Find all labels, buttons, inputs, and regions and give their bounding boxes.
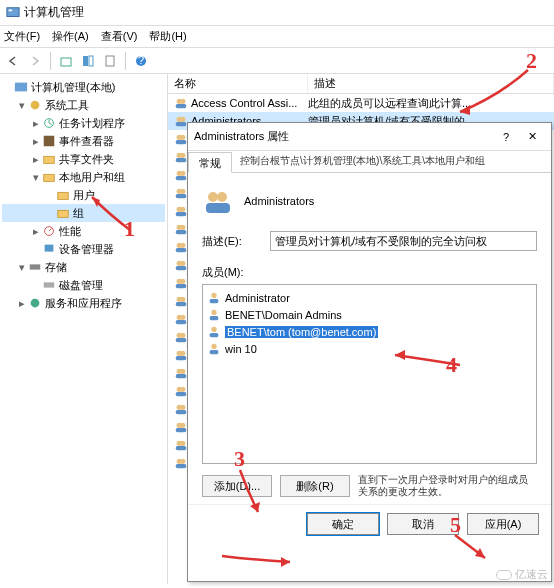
dialog-tabs: 常规 控制台根节点\计算机管理(本地)\系统工具\本地用户和组 — [188, 151, 551, 173]
svg-point-85 — [217, 192, 227, 202]
dialog-titlebar[interactable]: Administrators 属性 ? ✕ — [188, 123, 551, 151]
svg-rect-77 — [176, 428, 187, 432]
svg-rect-56 — [176, 302, 187, 306]
svg-point-52 — [180, 279, 185, 284]
navigation-tree[interactable]: 计算机管理(本地) ▾系统工具 ▸任务计划程序 ▸事件查看器 ▸共享文件夹 ▾本… — [0, 74, 168, 584]
properties-dialog: Administrators 属性 ? ✕ 常规 控制台根节点\计算机管理(本地… — [187, 122, 552, 582]
svg-rect-90 — [210, 315, 219, 319]
svg-point-28 — [180, 135, 185, 140]
col-name[interactable]: 名称 — [168, 74, 308, 93]
member-item[interactable]: BENET\tom (tom@benet.com) — [207, 323, 532, 340]
apply-button[interactable]: 应用(A) — [467, 513, 539, 535]
tree-root[interactable]: 计算机管理(本地) — [2, 78, 165, 96]
svg-point-58 — [180, 315, 185, 320]
tree-services[interactable]: ▸服务和应用程序 — [2, 294, 165, 312]
svg-rect-5 — [106, 56, 114, 66]
svg-point-61 — [180, 333, 185, 338]
svg-point-25 — [180, 117, 185, 122]
window-titlebar: 计算机管理 — [0, 0, 554, 26]
svg-point-73 — [180, 405, 185, 410]
svg-rect-38 — [176, 194, 187, 198]
svg-rect-1 — [9, 9, 13, 11]
tree-storage[interactable]: ▾存储 — [2, 258, 165, 276]
tree-groups[interactable]: 组 — [2, 204, 165, 222]
tree-event-viewer[interactable]: ▸事件查看器 — [2, 132, 165, 150]
menu-view[interactable]: 查看(V) — [101, 29, 138, 44]
svg-rect-41 — [176, 212, 187, 216]
svg-rect-18 — [30, 264, 41, 269]
tree-device-manager[interactable]: 设备管理器 — [2, 240, 165, 258]
tree-system-tools[interactable]: ▾系统工具 — [2, 96, 165, 114]
svg-point-37 — [180, 189, 185, 194]
dialog-title: Administrators 属性 — [194, 129, 493, 144]
svg-point-22 — [180, 99, 185, 104]
svg-rect-17 — [45, 245, 54, 252]
up-button[interactable] — [57, 52, 75, 70]
list-row[interactable]: Access Control Assi...此组的成员可以远程查询此计算... — [168, 94, 554, 112]
group-icon — [202, 185, 234, 217]
members-note: 直到下一次用户登录时对用户的组成员关系的更改才生效。 — [358, 474, 537, 498]
svg-point-67 — [180, 369, 185, 374]
col-desc[interactable]: 描述 — [308, 74, 554, 93]
add-button[interactable]: 添加(D)... — [202, 475, 272, 497]
menu-action[interactable]: 操作(A) — [52, 29, 89, 44]
svg-point-79 — [180, 441, 185, 446]
cancel-button[interactable]: 取消 — [387, 513, 459, 535]
dialog-breadcrumb: 控制台根节点\计算机管理(本地)\系统工具\本地用户和组 — [232, 151, 493, 172]
tree-users[interactable]: 用户 — [2, 186, 165, 204]
forward-button[interactable] — [26, 52, 44, 70]
group-name: Administrators — [244, 195, 314, 207]
description-input[interactable] — [270, 231, 537, 251]
svg-point-70 — [180, 387, 185, 392]
svg-rect-15 — [58, 210, 69, 217]
help-button[interactable]: ? — [132, 52, 150, 70]
ok-button[interactable]: 确定 — [307, 513, 379, 535]
tree-disk-management[interactable]: 磁盘管理 — [2, 276, 165, 294]
dialog-help-button[interactable]: ? — [493, 131, 519, 143]
svg-rect-88 — [210, 298, 219, 302]
svg-rect-94 — [210, 349, 219, 353]
svg-point-93 — [211, 343, 216, 348]
dialog-close-button[interactable]: ✕ — [519, 130, 545, 143]
svg-rect-0 — [7, 7, 19, 16]
member-item[interactable]: Administrator — [207, 289, 532, 306]
members-listbox[interactable]: AdministratorBENET\Domain AdminsBENET\to… — [202, 284, 537, 464]
desc-label: 描述(E): — [202, 234, 262, 249]
tree-shared-folders[interactable]: ▸共享文件夹 — [2, 150, 165, 168]
svg-rect-44 — [176, 230, 187, 234]
svg-rect-13 — [44, 174, 55, 181]
tree-local-users-groups[interactable]: ▾本地用户和组 — [2, 168, 165, 186]
svg-rect-3 — [83, 56, 88, 66]
export-button[interactable] — [101, 52, 119, 70]
svg-rect-65 — [176, 356, 187, 360]
svg-rect-11 — [44, 136, 55, 147]
remove-button[interactable]: 删除(R) — [280, 475, 350, 497]
svg-rect-8 — [15, 83, 27, 92]
member-item[interactable]: win 10 — [207, 340, 532, 357]
svg-point-76 — [180, 423, 185, 428]
svg-rect-23 — [176, 104, 187, 108]
svg-point-20 — [31, 299, 40, 308]
svg-rect-50 — [176, 266, 187, 270]
svg-rect-2 — [61, 58, 71, 66]
member-item[interactable]: BENET\Domain Admins — [207, 306, 532, 323]
svg-point-84 — [208, 192, 218, 202]
svg-text:?: ? — [138, 54, 144, 66]
tree-task-scheduler[interactable]: ▸任务计划程序 — [2, 114, 165, 132]
svg-rect-47 — [176, 248, 187, 252]
svg-point-43 — [180, 225, 185, 230]
show-hide-button[interactable] — [79, 52, 97, 70]
menu-help[interactable]: 帮助(H) — [149, 29, 186, 44]
menu-file[interactable]: 文件(F) — [4, 29, 40, 44]
svg-point-49 — [180, 261, 185, 266]
svg-rect-83 — [176, 464, 187, 468]
back-button[interactable] — [4, 52, 22, 70]
svg-rect-62 — [176, 338, 187, 342]
svg-point-31 — [180, 153, 185, 158]
svg-rect-4 — [89, 56, 93, 66]
tab-general[interactable]: 常规 — [188, 152, 232, 173]
svg-point-34 — [180, 171, 185, 176]
watermark: 亿速云 — [496, 567, 548, 582]
svg-rect-12 — [44, 156, 55, 163]
tree-performance[interactable]: ▸性能 — [2, 222, 165, 240]
